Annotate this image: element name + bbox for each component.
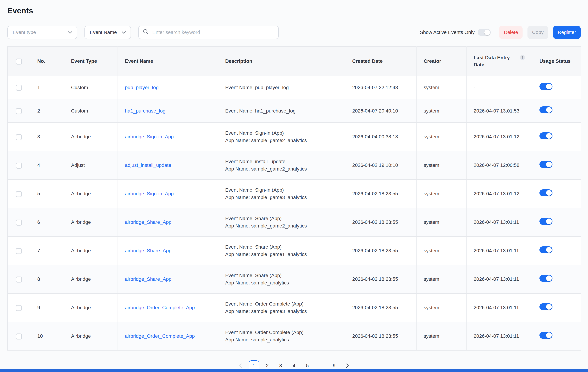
cell-checkbox	[8, 151, 30, 180]
table-header-row: No. Event Type Event Name Description Cr…	[8, 47, 581, 76]
cell-event-type: Airbridge	[64, 322, 118, 350]
cell-usage-status	[532, 322, 581, 350]
row-checkbox[interactable]	[16, 85, 22, 91]
show-active-filter: Show Active Events Only	[420, 29, 491, 36]
usage-toggle[interactable]	[539, 189, 552, 196]
event-name-select-value: Event Name	[90, 30, 117, 35]
event-name-link[interactable]: airbridge_Order_Complete_App	[125, 305, 195, 310]
event-name-link[interactable]: airbridge_Share_App	[125, 219, 172, 225]
row-checkbox[interactable]	[16, 108, 22, 114]
register-button[interactable]: Register	[553, 26, 581, 39]
cell-event-type: Airbridge	[64, 265, 118, 293]
usage-toggle[interactable]	[539, 83, 552, 90]
show-active-toggle[interactable]	[478, 29, 491, 36]
event-type-select-value: Event type	[13, 30, 36, 35]
cell-created-date: 2026-04-02 18:23:55	[345, 265, 416, 293]
description-line-2: App Name: sample_game2_analytics	[225, 166, 338, 172]
cell-last-entry: 2026-04-07 13:01:11	[466, 322, 532, 350]
cell-usage-status	[532, 151, 581, 180]
usage-toggle[interactable]	[539, 332, 552, 339]
usage-toggle[interactable]	[539, 303, 552, 310]
cell-created-date: 2026-04-02 18:23:55	[345, 208, 416, 236]
usage-toggle[interactable]	[539, 218, 552, 225]
table-body: 1 Custom pub_player_log Event Name: pub_…	[8, 76, 581, 350]
usage-toggle[interactable]	[539, 275, 552, 282]
usage-toggle[interactable]	[539, 246, 552, 253]
header-created-date: Created Date	[345, 47, 416, 76]
row-checkbox[interactable]	[16, 277, 22, 282]
cell-checkbox	[8, 122, 30, 151]
header-usage-status: Usage Status	[532, 47, 581, 76]
row-checkbox[interactable]	[16, 248, 22, 254]
select-all-checkbox[interactable]	[16, 59, 22, 64]
row-checkbox[interactable]	[16, 305, 22, 311]
table-row: 2 Custom ha1_purchase_log Event Name: ha…	[8, 99, 581, 122]
cell-usage-status	[532, 76, 581, 99]
description-line-2: App Name: sample_game2_analytics	[225, 222, 338, 229]
toggle-knob	[546, 84, 552, 89]
event-type-select[interactable]: Event type	[7, 26, 77, 39]
cell-creator: system	[416, 208, 466, 236]
cell-last-entry: 2026-04-07 12:00:58	[466, 151, 532, 180]
header-event-type: Event Type	[64, 47, 118, 76]
event-name-link[interactable]: adjust_install_update	[125, 162, 171, 168]
row-checkbox[interactable]	[16, 333, 22, 340]
cell-description: Event Name: Share (App) App Name: sample…	[218, 236, 345, 265]
usage-toggle[interactable]	[539, 161, 552, 168]
cell-checkbox	[8, 180, 30, 208]
cell-creator: system	[416, 122, 466, 151]
cell-description: Event Name: Order Complete (App) App Nam…	[218, 293, 345, 322]
cell-description: Event Name: Share (App) App Name: sample…	[218, 265, 345, 293]
cell-last-entry: 2026-04-07 13:01:11	[466, 208, 532, 236]
row-checkbox[interactable]	[16, 191, 22, 197]
event-name-link[interactable]: airbridge_Order_Complete_App	[125, 333, 195, 339]
cell-created-date: 2026-04-07 22:12:48	[345, 76, 416, 99]
event-name-link[interactable]: airbridge_Share_App	[125, 276, 172, 282]
event-name-link[interactable]: airbridge_Sign-in_App	[125, 191, 174, 196]
cell-event-name: airbridge_Order_Complete_App	[118, 293, 218, 322]
header-last-entry: Last Data Entry Date ?	[466, 47, 532, 76]
cell-no: 2	[30, 99, 64, 122]
chevron-down-icon	[68, 30, 72, 35]
cell-checkbox	[8, 293, 30, 322]
cell-description: Event Name: install_update App Name: sam…	[218, 151, 345, 180]
delete-button[interactable]: Delete	[499, 26, 523, 39]
cell-usage-status	[532, 99, 581, 122]
table-row: 7 Airbridge airbridge_Share_App Event Na…	[8, 236, 581, 265]
cell-event-type: Airbridge	[64, 208, 118, 236]
cell-no: 1	[30, 76, 64, 99]
cell-event-name: airbridge_Sign-in_App	[118, 122, 218, 151]
cell-checkbox	[8, 236, 30, 265]
row-checkbox[interactable]	[16, 220, 22, 226]
cell-checkbox	[8, 265, 30, 293]
event-name-select[interactable]: Event Name	[84, 26, 131, 39]
event-name-link[interactable]: airbridge_Sign-in_App	[125, 134, 174, 140]
cell-created-date: 2026-04-02 18:23:55	[345, 180, 416, 208]
toggle-knob	[546, 304, 552, 310]
toolbar-actions: Show Active Events Only Delete Copy Regi…	[420, 26, 581, 39]
header-checkbox-cell	[8, 47, 30, 76]
cell-event-name: ha1_purchase_log	[118, 99, 218, 122]
cell-no: 10	[30, 322, 64, 350]
cell-no: 8	[30, 265, 64, 293]
cell-description: Event Name: Sign-in (App) App Name: samp…	[218, 180, 345, 208]
description-line-2: App Name: sample_analytics	[225, 336, 338, 343]
search-input[interactable]	[152, 29, 274, 36]
toggle-knob	[546, 275, 552, 281]
cell-creator: system	[416, 99, 466, 122]
usage-toggle[interactable]	[539, 106, 552, 113]
event-name-link[interactable]: airbridge_Share_App	[125, 248, 172, 253]
cell-usage-status	[532, 236, 581, 265]
row-checkbox[interactable]	[16, 134, 22, 140]
help-icon[interactable]: ?	[520, 55, 525, 60]
event-name-link[interactable]: ha1_purchase_log	[125, 108, 165, 114]
cell-event-name: airbridge_Share_App	[118, 236, 218, 265]
cell-event-name: pub_player_log	[118, 76, 218, 99]
event-name-link[interactable]: pub_player_log	[125, 85, 159, 90]
copy-button[interactable]: Copy	[527, 26, 548, 39]
description-line-1: Event Name: pub_player_log	[225, 84, 338, 91]
usage-toggle[interactable]	[539, 132, 552, 140]
cell-created-date: 2026-04-02 19:10:10	[345, 151, 416, 180]
row-checkbox[interactable]	[16, 163, 22, 169]
description-line-1: Event Name: Order Complete (App)	[225, 329, 338, 336]
